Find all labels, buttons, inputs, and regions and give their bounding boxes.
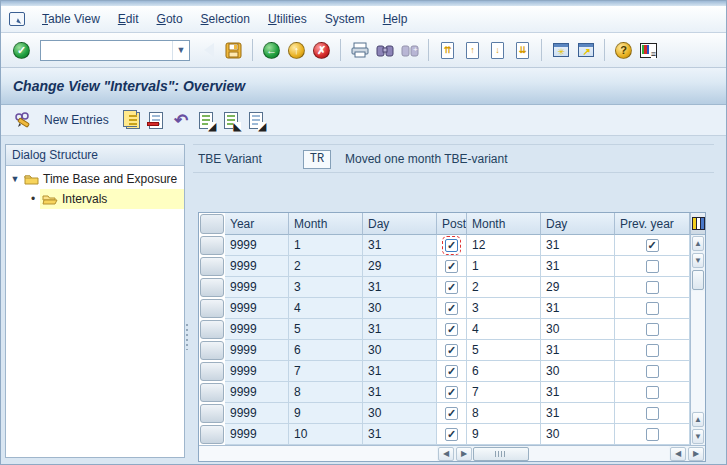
cell-month[interactable]: 7 <box>289 361 363 382</box>
cell-month[interactable]: 3 <box>289 277 363 298</box>
cell-month-2[interactable]: 7 <box>467 382 541 403</box>
cell-year[interactable]: 9999 <box>225 340 289 361</box>
prev-year-checkbox[interactable] <box>646 323 659 336</box>
menu-item-selection[interactable]: Selection <box>192 10 259 28</box>
cell-year[interactable]: 9999 <box>225 361 289 382</box>
cell-month-2[interactable]: 5 <box>467 340 541 361</box>
cell-day-2[interactable]: 30 <box>541 424 615 445</box>
row-selector-button[interactable] <box>200 299 224 318</box>
cell-month-2[interactable]: 1 <box>467 256 541 277</box>
cell-year[interactable]: 9999 <box>225 256 289 277</box>
menu-item-table-view[interactable]: Table View <box>33 10 109 28</box>
column-header-month-2[interactable]: Month <box>467 213 541 235</box>
post-checkbox[interactable] <box>445 386 458 399</box>
scroll-up-icon[interactable]: ▲ <box>692 236 704 251</box>
row-selector-button[interactable] <box>200 425 224 444</box>
post-checkbox[interactable] <box>445 344 458 357</box>
prev-year-checkbox[interactable] <box>646 365 659 378</box>
last-page-icon[interactable]: ⇊ <box>512 40 533 61</box>
horizontal-scroll-thumb[interactable] <box>473 447 529 461</box>
cell-day[interactable]: 30 <box>363 403 437 424</box>
row-selector-button[interactable] <box>200 383 224 402</box>
select-block-icon[interactable]: ◣ <box>221 110 242 131</box>
exit-icon[interactable]: ↑ <box>286 40 307 61</box>
cell-day[interactable]: 31 <box>363 319 437 340</box>
cell-day-2[interactable]: 31 <box>541 382 615 403</box>
scroll-down-icon[interactable]: ▼ <box>692 253 704 268</box>
cell-month-2[interactable]: 12 <box>467 235 541 256</box>
cell-month-2[interactable]: 4 <box>467 319 541 340</box>
cell-day[interactable]: 29 <box>363 256 437 277</box>
cell-day[interactable]: 31 <box>363 382 437 403</box>
tbe-variant-field[interactable]: TR <box>303 150 331 169</box>
cell-month[interactable]: 1 <box>289 235 363 256</box>
next-page-icon[interactable]: ↓ <box>487 40 508 61</box>
new-session-icon[interactable]: ✳ <box>550 40 571 61</box>
row-selector-button[interactable] <box>200 257 224 276</box>
post-checkbox[interactable] <box>445 365 458 378</box>
row-selector-button[interactable] <box>200 236 224 255</box>
cell-month[interactable]: 5 <box>289 319 363 340</box>
command-dropdown-icon[interactable]: ▼ <box>172 41 189 60</box>
vertical-scroll-track[interactable] <box>691 291 705 411</box>
cell-day-2[interactable]: 30 <box>541 319 615 340</box>
post-checkbox[interactable] <box>445 281 458 294</box>
cancel-icon[interactable]: ✗ <box>311 40 332 61</box>
cell-day-2[interactable]: 31 <box>541 298 615 319</box>
cell-month[interactable]: 4 <box>289 298 363 319</box>
cell-day[interactable]: 31 <box>363 235 437 256</box>
cell-day-2[interactable]: 31 <box>541 340 615 361</box>
select-all-rows-button[interactable] <box>200 214 224 234</box>
change-display-icon[interactable] <box>13 110 34 131</box>
post-checkbox[interactable] <box>445 302 458 315</box>
post-checkbox[interactable] <box>445 260 458 273</box>
cell-year[interactable]: 9999 <box>225 403 289 424</box>
cell-day-2[interactable]: 31 <box>541 235 615 256</box>
column-header-post[interactable]: Post <box>437 213 467 235</box>
post-checkbox[interactable] <box>445 428 458 441</box>
prev-year-checkbox[interactable] <box>646 407 659 420</box>
create-shortcut-icon[interactable]: ↗ <box>575 40 596 61</box>
find-next-icon[interactable]: + <box>399 40 420 61</box>
tree-node-time-base-and-exposure[interactable]: ▼Time Base and Exposure <box>6 169 184 189</box>
cell-month-2[interactable]: 6 <box>467 361 541 382</box>
vertical-scrollbar[interactable]: ▲ ▼ ▲ ▼ <box>690 213 705 445</box>
first-page-icon[interactable]: ⇈ <box>437 40 458 61</box>
post-checkbox[interactable] <box>445 323 458 336</box>
scroll-right-end-icon[interactable]: ▶ <box>688 447 704 461</box>
customize-layout-icon[interactable] <box>638 40 659 61</box>
splitter-handle[interactable] <box>184 324 190 350</box>
cell-day[interactable]: 30 <box>363 298 437 319</box>
prev-year-checkbox[interactable] <box>646 260 659 273</box>
column-header-month[interactable]: Month <box>289 213 363 235</box>
cell-day[interactable]: 31 <box>363 277 437 298</box>
cell-month[interactable]: 10 <box>289 424 363 445</box>
menu-item-utilities[interactable]: Utilities <box>259 10 316 28</box>
scroll-right-icon[interactable]: ▶ <box>456 447 472 461</box>
previous-page-icon[interactable]: ↑ <box>462 40 483 61</box>
post-checkbox[interactable] <box>445 407 458 420</box>
copy-as-icon[interactable] <box>121 110 142 131</box>
cell-year[interactable]: 9999 <box>225 424 289 445</box>
column-header-prev-year[interactable]: Prev. year <box>615 213 690 235</box>
enter-icon[interactable]: ✓ <box>11 40 32 61</box>
cell-year[interactable]: 9999 <box>225 319 289 340</box>
delete-icon[interactable] <box>146 110 167 131</box>
cell-month-2[interactable]: 2 <box>467 277 541 298</box>
select-all-icon[interactable]: ◢ <box>196 110 217 131</box>
cell-day-2[interactable]: 29 <box>541 277 615 298</box>
menu-item-goto[interactable]: Goto <box>148 10 192 28</box>
menu-item-system[interactable]: System <box>316 10 374 28</box>
cell-month-2[interactable]: 3 <box>467 298 541 319</box>
cell-month-2[interactable]: 8 <box>467 403 541 424</box>
prev-year-checkbox[interactable] <box>646 428 659 441</box>
row-selector-button[interactable] <box>200 320 224 339</box>
cell-month[interactable]: 2 <box>289 256 363 277</box>
scroll-page-down-icon[interactable]: ▼ <box>692 429 704 444</box>
undo-icon[interactable]: ↶ <box>171 110 192 131</box>
cell-month-2[interactable]: 9 <box>467 424 541 445</box>
system-menu-icon[interactable] <box>9 12 25 26</box>
column-header-day[interactable]: Day <box>363 213 437 235</box>
table-settings-button[interactable] <box>691 213 705 235</box>
cell-year[interactable]: 9999 <box>225 235 289 256</box>
